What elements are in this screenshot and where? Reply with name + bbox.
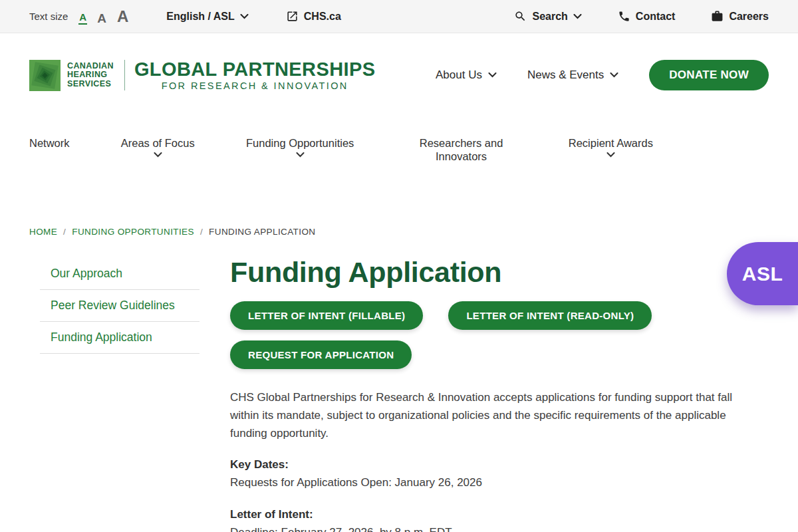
chs-site-link-label: CHS.ca (304, 11, 341, 23)
letter-of-intent-fillable-button[interactable]: LETTER OF INTENT (FILLABLE) (230, 301, 423, 330)
page-title: Funding Application (230, 255, 758, 290)
nav-about-us[interactable]: About Us (436, 68, 497, 82)
nav-areas-of-focus[interactable]: Areas of Focus (121, 136, 195, 158)
text-size-small-button[interactable]: A (78, 12, 87, 25)
logo-divider (124, 60, 125, 90)
careers-link[interactable]: Careers (711, 10, 769, 23)
text-size-medium-button[interactable]: A (96, 12, 107, 25)
header-nav: About Us News & Events DONATE NOW (436, 60, 769, 90)
document-buttons: LETTER OF INTENT (FILLABLE) LETTER OF IN… (230, 301, 758, 369)
letter-of-intent-heading: Letter of Intent: (230, 505, 758, 523)
language-label: English / ASL (166, 11, 235, 23)
page: Text size A A A English / ASL CHS.ca Sea… (0, 0, 798, 532)
phone-icon (618, 10, 630, 23)
site-header: CANADIAN HEARING SERVICES GLOBAL PARTNER… (0, 33, 798, 117)
briefcase-icon (711, 10, 724, 23)
donate-now-button[interactable]: DONATE NOW (649, 60, 769, 90)
chevron-down-icon (573, 14, 582, 19)
search-icon (514, 10, 527, 23)
nav-recipient-awards-label: Recipient Awards (569, 137, 653, 149)
nav-network-label: Network (29, 137, 70, 149)
topbar-right: Search Contact Careers (514, 10, 769, 23)
sidebar-item-funding-application[interactable]: Funding Application (40, 322, 200, 354)
site-title: GLOBAL PARTNERSHIPS (134, 59, 376, 79)
key-dates-heading: Key Dates: (230, 456, 758, 473)
breadcrumb-funding-opportunities[interactable]: FUNDING OPPORTUNITIES (72, 227, 194, 237)
breadcrumb-separator: / (200, 227, 203, 237)
careers-label: Careers (729, 11, 769, 23)
site-title-block: GLOBAL PARTNERSHIPS FOR RESEARCH & INNOV… (134, 59, 376, 91)
main-content: Funding Application LETTER OF INTENT (FI… (230, 255, 758, 532)
nav-news-events[interactable]: News & Events (527, 68, 618, 82)
asl-button[interactable]: ASL (727, 242, 798, 305)
logo-org-line2: HEARING (67, 70, 114, 79)
search-label: Search (532, 11, 567, 23)
key-dates-block: Key Dates: Requests for Applications Ope… (230, 456, 758, 491)
nav-funding-opportunities[interactable]: Funding Opportunities (246, 136, 354, 158)
nav-about-us-label: About Us (436, 68, 482, 82)
search-toggle[interactable]: Search (514, 10, 581, 23)
letter-of-intent-readonly-button[interactable]: LETTER OF INTENT (READ-ONLY) (448, 301, 652, 330)
site-logo[interactable]: CANADIAN HEARING SERVICES GLOBAL PARTNER… (29, 59, 375, 91)
contact-link[interactable]: Contact (618, 10, 676, 23)
logo-org-line3: SERVICES (67, 80, 114, 88)
sidebar-menu: Our Approach Peer Review Guidelines Fund… (40, 258, 200, 354)
key-dates-line: Requests for Applications Open: January … (230, 473, 758, 491)
chevron-down-icon (154, 152, 162, 158)
breadcrumb: HOME / FUNDING OPPORTUNITIES / FUNDING A… (29, 227, 315, 237)
nav-network[interactable]: Network (29, 136, 70, 150)
chs-site-link[interactable]: CHS.ca (286, 10, 341, 23)
chs-logo-icon (29, 60, 61, 91)
breadcrumb-current: FUNDING APPLICATION (209, 227, 315, 237)
chevron-down-icon (488, 72, 497, 78)
sidebar-item-our-approach[interactable]: Our Approach (40, 258, 200, 290)
external-link-icon (286, 10, 299, 23)
logo-org-line1: CANADIAN (67, 62, 114, 70)
text-size-controls: A A A (78, 9, 129, 25)
nav-researchers-innovators[interactable]: Researchers and Innovators (406, 136, 517, 163)
breadcrumb-separator: / (63, 227, 66, 237)
request-for-application-button[interactable]: REQUEST FOR APPLICATION (230, 340, 412, 369)
section-nav: Network Areas of Focus Funding Opportuni… (29, 136, 653, 163)
site-subtitle: FOR RESEARCH & INNOVATION (134, 80, 376, 91)
text-size-label: Text size (29, 11, 68, 22)
top-utility-bar: Text size A A A English / ASL CHS.ca Sea… (0, 0, 798, 33)
contact-label: Contact (636, 11, 676, 23)
text-size-large-button[interactable]: A (116, 9, 129, 25)
chevron-down-icon (296, 152, 305, 158)
nav-funding-opportunities-label: Funding Opportunities (246, 137, 354, 149)
language-selector[interactable]: English / ASL (166, 11, 249, 23)
chevron-down-icon (606, 152, 615, 158)
nav-news-events-label: News & Events (527, 68, 604, 82)
sidebar-item-peer-review-guidelines[interactable]: Peer Review Guidelines (40, 290, 200, 322)
breadcrumb-home[interactable]: HOME (29, 227, 57, 237)
chevron-down-icon (610, 72, 618, 78)
nav-researchers-innovators-label: Researchers and Innovators (420, 137, 503, 162)
topbar-left: Text size A A A English / ASL CHS.ca (29, 9, 341, 25)
chevron-down-icon (240, 14, 249, 19)
intro-paragraph: CHS Global Partnerships for Research & I… (230, 388, 758, 443)
letter-of-intent-block: Letter of Intent: Deadline: February 27,… (230, 505, 758, 532)
logo-org-name: CANADIAN HEARING SERVICES (67, 62, 114, 88)
letter-of-intent-deadline: Deadline: February 27, 2026, by 8 p.m. E… (230, 523, 758, 532)
nav-areas-of-focus-label: Areas of Focus (121, 137, 195, 149)
nav-recipient-awards[interactable]: Recipient Awards (569, 136, 653, 158)
